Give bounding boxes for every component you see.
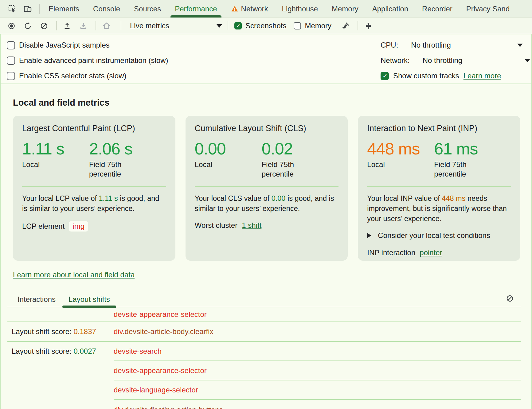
inp-field-value: 61 ms [434, 139, 511, 158]
device-toolbar-icon[interactable] [23, 5, 32, 13]
inp-desc-value: 448 ms [442, 194, 465, 202]
toolbar-separator [56, 21, 57, 30]
card-divider [195, 186, 339, 187]
toolbar-separator [96, 21, 96, 30]
lcp-element-link[interactable]: img [69, 221, 88, 232]
record-icon[interactable] [7, 22, 16, 30]
screenshots-label: Screenshots [245, 21, 286, 30]
tab-network[interactable]: Network [231, 0, 268, 18]
tab-performance[interactable]: Performance [175, 0, 217, 18]
learn-more-field-data-link[interactable]: Learn more about local and field data [13, 271, 135, 279]
tab-elements[interactable]: Elements [49, 0, 79, 18]
clear-log-icon[interactable] [506, 294, 514, 302]
lcp-field-label: Field 75th percentile [89, 160, 135, 179]
shift-element-link[interactable]: div.devsite-article-body.clearfix [114, 327, 521, 336]
tab-network-label: Network [241, 5, 268, 13]
inp-local-label: Local [367, 160, 413, 169]
cls-desc-pre: Your local CLS value of [195, 194, 272, 202]
show-custom-tracks-checkbox[interactable] [381, 72, 389, 80]
lcp-element-label: LCP element [22, 222, 65, 231]
inp-description: Your local INP value of 448 ms needs imp… [367, 193, 511, 224]
advanced-paint-checkbox[interactable] [7, 56, 15, 65]
collapse-icon[interactable] [364, 22, 373, 30]
tab-console[interactable]: Console [93, 0, 120, 18]
inp-interaction-link[interactable]: pointer [420, 248, 442, 257]
cls-local-label: Local [195, 160, 241, 169]
chevron-down-icon[interactable] [517, 44, 523, 47]
shift-element-link[interactable]: devsite-appearance-selector [114, 366, 521, 375]
load-profile-icon[interactable] [63, 22, 71, 30]
tab-lighthouse[interactable]: Lighthouse [282, 0, 318, 18]
lcp-local-label: Local [22, 160, 68, 169]
chevron-down-icon [217, 24, 222, 28]
cls-values: 0.00 Local 0.02 Field 75th percentile [195, 139, 339, 179]
inp-local-value: 448 ms [367, 139, 434, 158]
disable-js-samples-label: Disable JavaScript samples [19, 41, 110, 49]
warning-icon [231, 5, 238, 13]
toolbar-separator [228, 21, 228, 30]
memory-checkbox[interactable] [294, 22, 301, 29]
custom-tracks-learn-more-link[interactable]: Learn more [464, 72, 501, 80]
cls-local-value: 0.00 [195, 139, 262, 158]
lcp-local-value: 1.11 s [22, 139, 89, 158]
layout-shifts-log: devsite-appearance-selector Layout shift… [7, 307, 521, 409]
inp-card-title: Interaction to Next Paint (INP) [367, 124, 511, 133]
cpu-throttling-select[interactable]: No throttling [411, 41, 451, 49]
collect-garbage-icon[interactable] [341, 22, 350, 30]
shift-element-link[interactable]: devsite-search [114, 347, 521, 356]
score-label: Layout shift score: [12, 327, 72, 336]
cpu-label: CPU: [381, 41, 398, 49]
score-value: 0.1837 [73, 327, 96, 336]
performance-toolbar: Live metrics Screenshots Memory [0, 18, 532, 34]
home-icon[interactable] [102, 21, 111, 30]
element-class: .devsite-floating-action-buttons [123, 406, 223, 409]
panel-body: Disable JavaScript samples Enable advanc… [0, 34, 532, 409]
shift-element-link[interactable]: div.devsite-floating-action-buttons [114, 406, 521, 409]
cls-card-title: Cumulative Layout Shift (CLS) [195, 124, 339, 133]
layout-shift-row: devsite-appearance-selector [7, 307, 521, 321]
live-metrics-view: Local and field metrics Largest Contentf… [1, 84, 531, 409]
tab-recorder[interactable]: Recorder [422, 0, 452, 18]
custom-tracks-row: Show custom tracks Learn more [381, 68, 523, 84]
card-divider [22, 186, 166, 187]
local-test-conditions-expander[interactable]: Consider your local test conditions [367, 231, 511, 240]
view-mode-dropdown[interactable]: Live metrics [130, 21, 222, 30]
cls-desc-value: 0.00 [272, 194, 286, 202]
score-value: 0.0027 [73, 347, 96, 355]
css-selector-stats-checkbox[interactable] [7, 72, 15, 80]
tab-sources[interactable]: Sources [134, 0, 161, 18]
disable-js-samples-checkbox[interactable] [7, 41, 15, 49]
network-throttling-select[interactable]: No throttling [423, 56, 462, 65]
tab-application[interactable]: Application [372, 0, 408, 18]
clear-icon[interactable] [40, 22, 48, 30]
cls-field-label: Field 75th percentile [262, 160, 308, 179]
cpu-throttling-row: CPU: No throttling [381, 37, 523, 53]
page-title: Local and field metrics [13, 98, 531, 108]
network-label: Network: [381, 56, 410, 65]
tab-layout-shifts[interactable]: Layout shifts [68, 292, 110, 307]
chevron-down-icon[interactable] [525, 59, 530, 62]
score-label: Layout shift score: [12, 347, 72, 355]
layout-shift-row: Layout shift score: 0.1837 div.devsite-a… [7, 322, 521, 341]
expand-triangle-icon [367, 233, 371, 238]
element-tag: div [114, 327, 123, 336]
worst-cluster-link[interactable]: 1 shift [242, 221, 261, 230]
layout-shift-row: Layout shift score: 0.0027 devsite-searc… [7, 342, 521, 360]
tab-memory[interactable]: Memory [332, 0, 358, 18]
inspect-element-icon[interactable] [8, 5, 17, 13]
tab-interactions[interactable]: Interactions [18, 292, 56, 307]
tabbar-separator [39, 4, 40, 14]
inp-values: 448 ms Local 61 ms Field 75th percentile [367, 139, 511, 179]
screenshots-checkbox[interactable] [234, 22, 242, 29]
shift-element-link[interactable]: devsite-appearance-selector [114, 310, 521, 319]
save-profile-icon[interactable] [79, 22, 88, 30]
advanced-paint-label: Enable advanced paint instrumentation (s… [19, 56, 168, 65]
worst-cluster-label: Worst cluster [195, 221, 238, 230]
layout-shift-row: div.devsite-floating-action-buttons [7, 400, 521, 409]
throttling-controls: CPU: No throttling Network: No throttlin… [381, 37, 523, 84]
reload-record-icon[interactable] [24, 22, 32, 30]
tab-privacy-sandbox[interactable]: Privacy Sand [466, 0, 510, 18]
shift-element-link[interactable]: devsite-language-selector [114, 386, 521, 394]
card-divider [367, 186, 511, 187]
show-custom-tracks-label: Show custom tracks [393, 72, 459, 80]
